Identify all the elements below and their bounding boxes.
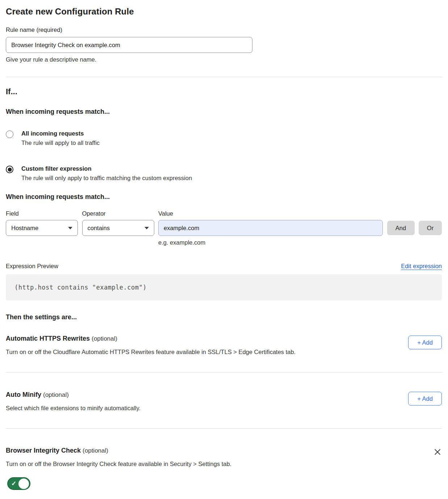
expression-preview-code: (http.host contains "example.com") — [6, 274, 442, 300]
radio-label: Custom filter expression — [21, 165, 192, 172]
field-select[interactable]: Hostname — [6, 220, 78, 236]
toggle-knob — [18, 478, 29, 489]
chevron-down-icon — [145, 227, 149, 229]
expression-builder-heading: When incoming requests match... — [6, 193, 442, 201]
chevron-down-icon — [68, 227, 72, 229]
value-input[interactable] — [158, 220, 383, 236]
or-button[interactable]: Or — [419, 221, 442, 235]
setting-title: Browser Integrity Check (optional) — [6, 447, 231, 454]
create-configuration-rule-form: Create new Configuration Rule Rule name … — [0, 0, 448, 499]
radio-button[interactable] — [6, 166, 13, 173]
field-column-label: Field — [6, 210, 78, 217]
close-icon[interactable] — [433, 448, 442, 456]
expression-builder: Field Operator Value Hostname contains A… — [6, 210, 442, 246]
setting-automatic-https-rewrites: Automatic HTTPS Rewrites (optional) Turn… — [6, 335, 442, 355]
setting-description: Turn on or off the Browser Integrity Che… — [6, 461, 231, 467]
setting-description: Select which file extensions to minify a… — [6, 405, 141, 412]
section-divider — [6, 77, 442, 77]
rule-name-helper: Give your rule a descriptive name. — [6, 56, 442, 63]
rule-name-label: Rule name (required) — [6, 26, 442, 33]
rule-name-input[interactable] — [6, 37, 252, 53]
value-column-label: Value — [158, 210, 383, 217]
setting-auto-minify: Auto Minify (optional) Select which file… — [6, 391, 442, 412]
radio-description: The rule will apply to all traffic — [21, 140, 100, 146]
section-divider — [6, 428, 442, 429]
operator-select[interactable]: contains — [82, 220, 154, 236]
operator-column-label: Operator — [82, 210, 154, 217]
add-auto-minify-button[interactable]: + Add — [408, 392, 442, 406]
setting-optional-label: (optional) — [83, 447, 108, 454]
browser-integrity-check-toggle[interactable]: ✓ — [7, 477, 30, 490]
setting-description: Turn on or off the Cloudflare Automatic … — [6, 349, 296, 355]
checkmark-icon: ✓ — [11, 480, 16, 487]
edit-expression-link[interactable]: Edit expression — [401, 263, 442, 270]
radio-description: The rule will only apply to traffic matc… — [21, 175, 192, 182]
match-heading: When incoming requests match... — [6, 108, 442, 116]
operator-select-value: contains — [88, 225, 110, 232]
setting-title: Auto Minify (optional) — [6, 391, 141, 399]
and-button[interactable]: And — [387, 221, 415, 235]
setting-browser-integrity-check: Browser Integrity Check (optional) Turn … — [6, 447, 442, 491]
if-heading: If... — [6, 87, 442, 96]
radio-option-custom-filter-expression[interactable]: Custom filter expression The rule will o… — [6, 165, 442, 182]
setting-title: Automatic HTTPS Rewrites (optional) — [6, 335, 296, 342]
add-automatic-https-rewrites-button[interactable]: + Add — [408, 336, 442, 349]
radio-option-all-incoming-requests[interactable]: All incoming requests The rule will appl… — [6, 130, 442, 146]
setting-optional-label: (optional) — [92, 335, 117, 342]
field-select-value: Hostname — [11, 225, 38, 232]
radio-button[interactable] — [6, 130, 13, 138]
then-settings-heading: Then the settings are... — [6, 313, 442, 321]
section-divider — [6, 372, 442, 373]
value-hint: e.g. example.com — [158, 239, 383, 246]
expression-preview-label: Expression Preview — [6, 263, 58, 270]
setting-optional-label: (optional) — [43, 391, 69, 398]
radio-label: All incoming requests — [21, 130, 100, 137]
page-title: Create new Configuration Rule — [6, 7, 442, 17]
